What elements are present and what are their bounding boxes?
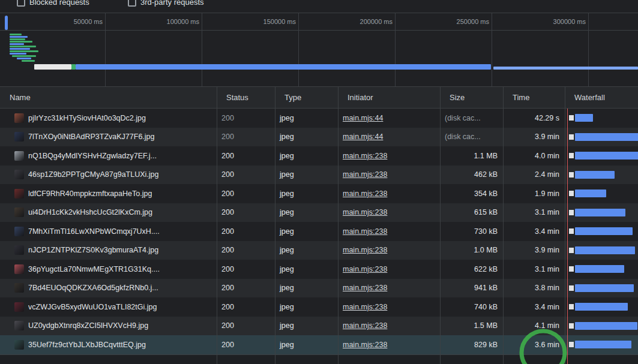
initiator-cell: main.mjs:238 bbox=[338, 341, 440, 349]
timeline-tick-label: 300000 ms bbox=[528, 18, 586, 25]
time-cell: 1.9 min bbox=[503, 189, 565, 198]
request-name: 36pYugctLa70NmwMEgXTR1G31Kq.... bbox=[28, 265, 160, 273]
file-thumbnail-icon bbox=[14, 132, 24, 142]
scroll-indicator[interactable] bbox=[5, 16, 8, 30]
initiator-link[interactable]: main.mjs:238 bbox=[343, 341, 387, 349]
request-row[interactable]: 46sp1Z9b2PPTgCMyA87g9aTLUXi.jpg200jpegma… bbox=[0, 166, 638, 185]
initiator-cell: main.mjs:238 bbox=[338, 170, 440, 179]
waterfall-start-block bbox=[569, 153, 574, 158]
file-thumbnail-icon bbox=[14, 302, 24, 312]
initiator-cell: main.mjs:44 bbox=[338, 114, 440, 122]
column-header-initiator[interactable]: Initiator bbox=[338, 93, 440, 102]
type-cell: jpeg bbox=[275, 208, 338, 216]
file-thumbnail-icon bbox=[14, 170, 24, 179]
request-row[interactable]: 7lTnXOy0iNtBAdRP3TZvaKJ77F6.jpg200jpegma… bbox=[0, 128, 638, 147]
timeline-overview[interactable]: 50000 ms100000 ms150000 ms200000 ms25000… bbox=[0, 13, 638, 87]
status-cell: 200 bbox=[217, 341, 275, 349]
timeline-tick-label: 150000 ms bbox=[238, 18, 296, 25]
name-cell: 46sp1Z9b2PPTgCMyA87g9aTLUXi.jpg bbox=[0, 170, 217, 179]
name-cell: 7lTnXOy0iNtBAdRP3TZvaKJ77F6.jpg bbox=[0, 132, 217, 142]
initiator-link[interactable]: main.mjs:238 bbox=[343, 284, 387, 292]
initiator-cell: main.mjs:238 bbox=[338, 227, 440, 236]
initiator-link[interactable]: main.mjs:238 bbox=[343, 170, 387, 179]
status-cell: 200 bbox=[217, 170, 275, 179]
file-thumbnail-icon bbox=[14, 283, 24, 293]
name-cell: pjIrYzc31kHTySiovHAt0o3qDc2.jpg bbox=[0, 113, 217, 123]
timeline-gridline bbox=[395, 13, 396, 86]
request-row[interactable]: UZ0ydgbXtnrq8xZCI5lHVXVcH9.jpg200jpegmai… bbox=[0, 317, 638, 336]
request-row[interactable]: 7MhXiTmTl16LwXNPbWCmqxj7UxH....200jpegma… bbox=[0, 222, 638, 241]
request-row[interactable]: 7Bd4EUOqQDKZXA6Od5gkfzRNb0.j...200jpegma… bbox=[0, 279, 638, 298]
waterfall-bar bbox=[575, 322, 637, 330]
initiator-link[interactable]: main.mjs:44 bbox=[343, 114, 383, 122]
initiator-cell: main.mjs:238 bbox=[338, 246, 440, 254]
request-name: nJCP1ZNTPKlZ7S0Kv3gbmuraAT4.jpg bbox=[28, 246, 158, 254]
request-name: 7Bd4EUOqQDKZXA6Od5gkfzRNb0.j... bbox=[28, 284, 158, 292]
timeline-tick-label: 50000 ms bbox=[45, 18, 103, 25]
time-cell: 4.1 min bbox=[503, 321, 565, 330]
status-cell: 200 bbox=[217, 265, 275, 273]
request-row[interactable]: pjIrYzc31kHTySiovHAt0o3qDc2.jpg200jpegma… bbox=[0, 109, 638, 128]
column-header-status[interactable]: Status bbox=[217, 93, 275, 102]
column-header-type[interactable]: Type bbox=[275, 93, 338, 102]
waterfall-bar bbox=[575, 152, 638, 160]
request-name: vcZWJGvB5xydWuUO1vaTLI82tGi.jpg bbox=[28, 303, 157, 311]
waterfall-cell bbox=[565, 184, 638, 203]
initiator-link[interactable]: main.mjs:238 bbox=[343, 303, 387, 311]
checkbox-icon[interactable] bbox=[128, 0, 136, 7]
third-party-requests-checkbox[interactable]: 3rd-party requests bbox=[128, 1, 204, 7]
time-cell: 3.4 min bbox=[503, 303, 565, 311]
waterfall-cell bbox=[565, 260, 638, 279]
file-thumbnail-icon bbox=[14, 245, 24, 255]
request-row[interactable]: nJCP1ZNTPKlZ7S0Kv3gbmuraAT4.jpg200jpegma… bbox=[0, 241, 638, 260]
file-thumbnail-icon bbox=[14, 321, 24, 330]
column-header-size[interactable]: Size bbox=[440, 93, 503, 102]
initiator-cell: main.mjs:238 bbox=[338, 208, 440, 216]
waterfall-bar bbox=[575, 284, 634, 292]
request-row[interactable]: ui4DrH1cKk2vkHshcUcGt2lKxCm.jpg200jpegma… bbox=[0, 203, 638, 222]
blocked-requests-checkbox[interactable]: Blocked requests bbox=[17, 1, 89, 7]
request-name: UZ0ydgbXtnrq8xZCI5lHVXVcH9.jpg bbox=[28, 321, 148, 330]
initiator-link[interactable]: main.mjs:238 bbox=[343, 208, 387, 216]
initiator-link[interactable]: main.mjs:238 bbox=[343, 321, 387, 330]
initiator-link[interactable]: main.mjs:238 bbox=[343, 265, 387, 273]
size-cell: (disk cac... bbox=[440, 133, 503, 141]
waterfall-start-block bbox=[569, 228, 574, 234]
request-row[interactable]: 35Uef7fz9ctYbJLXbJBCqvtttEQ.jpg200jpegma… bbox=[0, 335, 638, 354]
request-row[interactable]: 36pYugctLa70NmwMEgXTR1G31Kq....200jpegma… bbox=[0, 260, 638, 279]
initiator-cell: main.mjs:44 bbox=[338, 133, 440, 141]
timeline-gridline bbox=[588, 13, 589, 86]
column-header-time[interactable]: Time bbox=[503, 93, 565, 102]
initiator-link[interactable]: main.mjs:238 bbox=[343, 189, 387, 198]
waterfall-start-block bbox=[569, 323, 574, 329]
name-cell: UZ0ydgbXtnrq8xZCI5lHVXVcH9.jpg bbox=[0, 321, 217, 330]
name-cell: ldfCF9RhR40mppkzmftxapaHeTo.jpg bbox=[0, 189, 217, 198]
request-row[interactable]: ldfCF9RhR40mppkzmftxapaHeTo.jpg200jpegma… bbox=[0, 184, 638, 203]
time-cell: 4.0 min bbox=[503, 152, 565, 160]
table-body: pjIrYzc31kHTySiovHAt0o3qDc2.jpg200jpegma… bbox=[0, 109, 638, 354]
initiator-link[interactable]: main.mjs:44 bbox=[343, 133, 383, 141]
devtools-network-panel: { "filters": { "blocked_requests": {"lab… bbox=[0, 0, 638, 364]
request-row[interactable]: vcZWJGvB5xydWuUO1vaTLI82tGi.jpg200jpegma… bbox=[0, 297, 638, 317]
name-cell: ui4DrH1cKk2vkHshcUcGt2lKxCm.jpg bbox=[0, 207, 217, 217]
initiator-link[interactable]: main.mjs:238 bbox=[343, 152, 387, 160]
ruler-divider bbox=[0, 30, 638, 31]
column-header-name[interactable]: Name bbox=[0, 93, 217, 102]
column-header-waterfall[interactable]: Waterfall bbox=[565, 93, 638, 102]
size-cell: (disk cac... bbox=[440, 114, 503, 122]
initiator-cell: main.mjs:238 bbox=[338, 152, 440, 160]
overview-request-bar bbox=[17, 58, 31, 59]
waterfall-start-block bbox=[569, 342, 574, 347]
time-cell: 3.1 min bbox=[503, 208, 565, 216]
time-cell: 3.1 min bbox=[503, 265, 565, 273]
checkbox-icon[interactable] bbox=[17, 0, 25, 7]
overview-request-bar bbox=[10, 36, 28, 38]
request-row[interactable]: nQ1BQg4yMdlYSHvHZgwladzy7EF.j...200jpegm… bbox=[0, 146, 638, 166]
overview-request-bar bbox=[10, 41, 32, 43]
blocked-requests-label: Blocked requests bbox=[29, 0, 89, 7]
initiator-link[interactable]: main.mjs:238 bbox=[343, 227, 387, 236]
request-name: pjIrYzc31kHTySiovHAt0o3qDc2.jpg bbox=[28, 114, 146, 122]
initiator-link[interactable]: main.mjs:238 bbox=[343, 246, 387, 254]
overview-request-bar bbox=[10, 38, 25, 40]
time-cell: 2.4 min bbox=[503, 170, 565, 179]
